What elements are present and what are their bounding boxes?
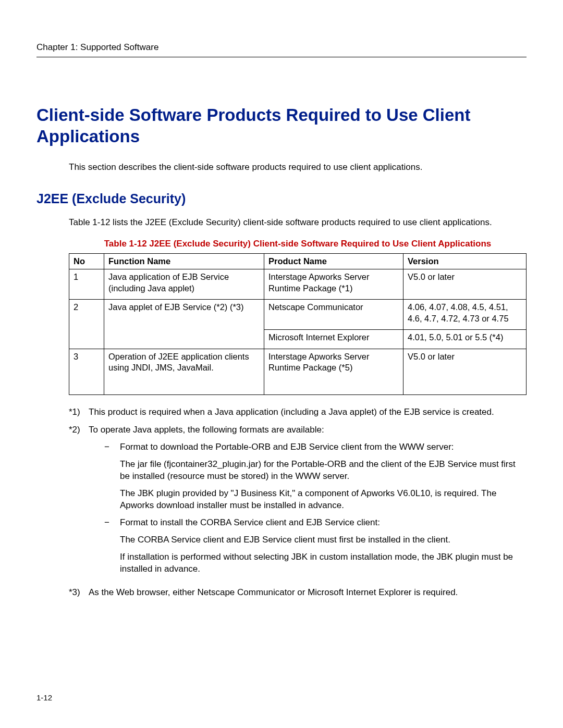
cell-version: V5.0 or later [403,269,527,300]
table-row: 1 Java application of EJB Service (inclu… [69,269,527,300]
notes-block: *1) This product is required when a Java… [69,406,527,599]
footnote-label: *3) [69,587,89,599]
cell-version: 4.01, 5.0, 5.01 or 5.5 (*4) [403,330,527,349]
footnote: *3) As the Web browser, either Netscape … [69,587,527,599]
table-row: 2 Java applet of EJB Service (*2) (*3) N… [69,300,527,330]
sublist-paragraph: If installation is performed without sel… [120,551,527,575]
cell-product: Interstage Apworks Server Runtime Packag… [264,349,403,394]
cell-version: V5.0 or later [403,349,527,394]
footnote-label: *1) [69,406,89,418]
sublist-head: Format to install the CORBA Service clie… [120,517,527,529]
cell-no: 2 [69,300,104,349]
table-header-row: No Function Name Product Name Version [69,254,527,269]
footnote: *2) To operate Java applets, the followi… [69,424,527,580]
footnote-text: This product is required when a Java app… [89,406,527,418]
dash-bullet: − [104,441,120,453]
col-header-no: No [69,254,104,269]
sublist-item: − Format to install the CORBA Service cl… [104,517,527,529]
chapter-label: Chapter 1: Supported Software [36,42,158,54]
footnote: *1) This product is required when a Java… [69,406,527,418]
cell-product: Microsoft Internet Explorer [264,330,403,349]
page-number: 1-12 [36,693,52,703]
footnote-label: *2) [69,424,89,580]
dash-bullet: − [104,517,120,529]
page: Chapter 1: Supported Software Client-sid… [0,0,563,728]
sublist: − Format to download the Portable-ORB an… [104,441,527,575]
table-row: 3 Operation of J2EE application clients … [69,349,527,394]
section-intro: Table 1-12 lists the J2EE (Exclude Secur… [69,217,527,229]
page-header: Chapter 1: Supported Software [36,42,527,57]
table-caption: Table 1-12 J2EE (Exclude Security) Clien… [69,238,527,250]
cell-function: Java application of EJB Service (includi… [104,269,264,300]
sublist-head: Format to download the Portable-ORB and … [120,441,527,453]
cell-function: Operation of J2EE application clients us… [104,349,264,394]
software-table: No Function Name Product Name Version 1 … [69,253,527,395]
sublist-paragraph: The CORBA Service client and EJB Service… [120,534,527,546]
cell-product: Netscape Communicator [264,300,403,330]
sublist-item: − Format to download the Portable-ORB an… [104,441,527,453]
sublist-paragraph: The JBK plugin provided by "J Business K… [120,488,527,512]
footnote-text: To operate Java applets, the following f… [89,424,527,580]
footnote-lead: To operate Java applets, the following f… [89,424,527,436]
footnote-text: As the Web browser, either Netscape Comm… [89,587,527,599]
col-header-version: Version [403,254,527,269]
col-header-function: Function Name [104,254,264,269]
col-header-product: Product Name [264,254,403,269]
cell-no: 1 [69,269,104,300]
sublist-paragraph: The jar file (fjcontainer32_plugin.jar) … [120,459,527,483]
cell-function: Java applet of EJB Service (*2) (*3) [104,300,264,349]
cell-version: 4.06, 4.07, 4.08, 4.5, 4.51, 4.6, 4.7, 4… [403,300,527,330]
intro-paragraph: This section describes the client-side s… [69,162,527,174]
section-heading: J2EE (Exclude Security) [36,190,527,208]
cell-product: Interstage Apworks Server Runtime Packag… [264,269,403,300]
cell-no: 3 [69,349,104,394]
page-title: Client-side Software Products Required t… [36,104,527,147]
